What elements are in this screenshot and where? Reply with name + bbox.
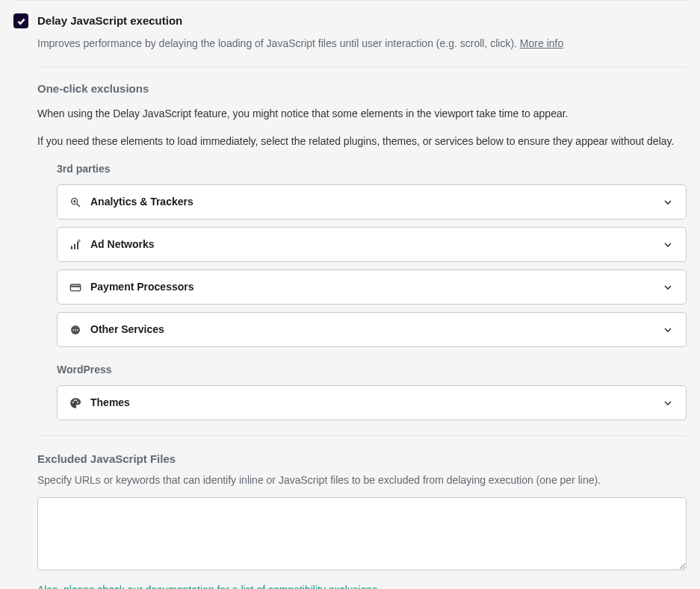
chevron-down-icon	[662, 281, 674, 293]
chevron-down-icon	[662, 239, 674, 251]
ad-networks-icon	[69, 239, 81, 251]
svg-line-1	[77, 204, 80, 207]
svg-rect-8	[70, 284, 80, 291]
ellipsis-icon	[69, 324, 81, 336]
settings-panel: Delay JavaScript execution Improves perf…	[0, 0, 700, 589]
accordion-payment-processors[interactable]: Payment Processors	[57, 269, 687, 305]
svg-rect-4	[71, 246, 72, 249]
chevron-down-icon	[662, 324, 674, 336]
documentation-note: Also, please check our documentation for…	[37, 582, 687, 590]
divider	[37, 435, 687, 436]
payment-icon	[69, 281, 81, 293]
delay-js-label: Delay JavaScript execution	[37, 13, 182, 30]
wordpress-group: WordPress Themes	[57, 362, 687, 420]
analytics-icon	[69, 196, 81, 208]
palette-icon	[69, 397, 81, 409]
excluded-js-textarea[interactable]	[37, 497, 687, 570]
exclusions-section: One-click exclusions When using the Dela…	[37, 81, 687, 150]
exclusions-desc-2: If you need these elements to load immed…	[37, 134, 687, 149]
more-info-link[interactable]: More info	[520, 37, 563, 49]
accordion-label: Themes	[90, 395, 130, 411]
accordion-label: Analytics & Trackers	[90, 194, 193, 210]
svg-point-11	[72, 329, 74, 331]
delay-js-option: Delay JavaScript execution	[13, 13, 687, 30]
excluded-desc: Specify URLs or keywords that can identi…	[37, 473, 687, 488]
svg-rect-5	[74, 243, 75, 249]
chevron-down-icon	[662, 196, 674, 208]
excluded-js-section: Excluded JavaScript Files Specify URLs o…	[37, 451, 687, 589]
accordion-themes[interactable]: Themes	[57, 385, 687, 420]
accordion-other-services[interactable]: Other Services	[57, 312, 687, 347]
accordion-label: Ad Networks	[90, 237, 155, 252]
accordion-label: Other Services	[90, 322, 164, 337]
third-parties-group: 3rd parties Analytics & Trackers Ad Netw…	[57, 161, 687, 347]
chevron-down-icon	[662, 397, 674, 409]
check-icon	[16, 16, 26, 26]
documentation-link[interactable]: documentation	[146, 584, 214, 590]
third-parties-label: 3rd parties	[57, 161, 687, 177]
exclusions-desc-1: When using the Delay JavaScript feature,…	[37, 106, 687, 122]
accordion-label: Payment Processors	[90, 279, 194, 295]
delay-js-checkbox[interactable]	[13, 13, 28, 28]
accordion-analytics-trackers[interactable]: Analytics & Trackers	[57, 184, 687, 219]
delay-js-description: Improves performance by delaying the loa…	[37, 36, 687, 52]
accordion-ad-networks[interactable]: Ad Networks	[57, 227, 687, 262]
exclusions-title: One-click exclusions	[37, 81, 687, 98]
section-divider	[37, 66, 687, 67]
wordpress-label: WordPress	[57, 362, 687, 378]
excluded-title: Excluded JavaScript Files	[37, 451, 687, 468]
svg-point-7	[78, 240, 80, 242]
svg-point-12	[75, 329, 76, 331]
top-divider	[13, 0, 687, 1]
svg-point-13	[77, 329, 78, 331]
svg-rect-6	[77, 242, 78, 249]
